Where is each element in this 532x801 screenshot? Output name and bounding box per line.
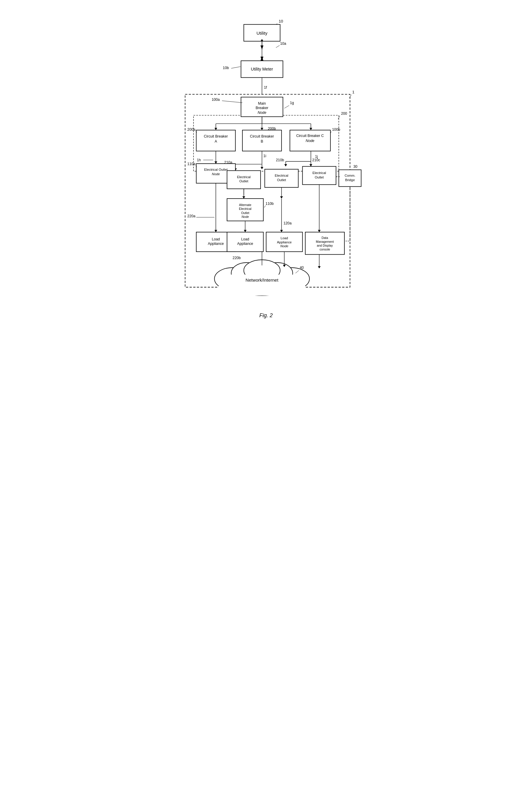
alt-outlet-node-label2: Electrical (239, 207, 251, 210)
ref-200a: 200a (187, 128, 195, 132)
ref-10b: 10b (223, 66, 229, 70)
circuit-breaker-b-label1: Circuit Breaker (250, 134, 274, 138)
load-appliance-b-label2: Appliance (237, 242, 253, 246)
circuit-breaker-a-label1: Circuit Breaker (204, 134, 228, 138)
ref-210b: 210b (276, 158, 284, 162)
elec-outlet-3-label1: Electrical (312, 171, 326, 175)
figure-caption: Fig. 2 (168, 312, 364, 319)
data-mgmt-label1: Data (322, 236, 328, 240)
diagram-svg: 10 Utility 10a 10b Utility Meter (168, 12, 364, 305)
ref-1: 1 (352, 90, 354, 94)
ref-120a: 120a (283, 221, 291, 225)
main-breaker-label3: Node (258, 111, 266, 115)
data-mgmt-label4: console (320, 248, 330, 251)
ref-10a: 10a (280, 41, 286, 46)
load-appliance-node-label3: Node (280, 244, 288, 248)
elec-outlet-2-label1: Electrical (274, 174, 288, 177)
ref-200: 200 (341, 112, 347, 116)
ref-220b: 220b (232, 256, 240, 260)
page: 10 Utility 10a 10b Utility Meter (163, 6, 370, 325)
utility-meter-label: Utility Meter (251, 67, 273, 72)
ref-1f: 1f (264, 85, 267, 90)
utility-label: Utility (256, 31, 267, 36)
comm-bridge-label2: Bridge (345, 178, 355, 182)
load-appliance-node-label1: Load (280, 236, 288, 240)
load-appliance-node-label2: Appliance (277, 241, 292, 244)
ref-1i: 1i (263, 154, 266, 158)
load-appliance-a-label2: Appliance (208, 242, 224, 246)
load-appliance-a-label1: Load (212, 237, 220, 241)
ref-10: 10 (279, 19, 283, 23)
data-mgmt-label3: and Display (317, 244, 333, 247)
alt-outlet-node-label3: Outlet (241, 211, 249, 215)
ref-220a: 220a (187, 214, 195, 218)
ref-1g: 1g (290, 101, 294, 105)
circuit-breaker-b-label2: B (261, 139, 263, 144)
ref-30: 30 (353, 165, 357, 169)
ref-100a: 100a (212, 97, 220, 102)
elec-outlet-node-label2: Node (212, 172, 220, 176)
network-label1: Network/Internet (245, 278, 278, 283)
main-breaker-label2: Breaker (255, 106, 268, 110)
alt-outlet-node-label4: Node (241, 215, 249, 218)
main-breaker-label1: Main (258, 101, 266, 106)
load-appliance-b-label1: Load (241, 237, 249, 241)
ref-110a: 110a (187, 162, 195, 166)
circuit-breaker-a-label2: A (214, 139, 217, 144)
elec-outlet-2-label2: Outlet (277, 178, 286, 182)
data-mgmt-label2: Management (316, 240, 334, 243)
ref-200b: 200b (268, 127, 276, 131)
elec-outlet-1-label1: Electrical (237, 175, 250, 179)
elec-outlet-node-label1: Electrical Outlet (204, 168, 228, 171)
comm-bridge-label1: Comm. (344, 174, 355, 177)
ref-110b: 110b (266, 202, 273, 206)
diagram: 10 Utility 10a 10b Utility Meter (168, 12, 364, 307)
circuit-breaker-c-label1: Circuit Breaker C (296, 134, 324, 138)
ref-210c: 210c (312, 158, 320, 162)
ref-40: 40 (300, 266, 304, 270)
ref-1h: 1h (197, 158, 201, 162)
alt-outlet-node-label1: Alternate (239, 203, 251, 207)
elec-outlet-3-label2: Outlet (315, 175, 324, 179)
ref-100b: 100b (332, 128, 340, 132)
elec-outlet-1-label2: Outlet (239, 179, 248, 183)
circuit-breaker-c-label2: Node (306, 139, 314, 143)
